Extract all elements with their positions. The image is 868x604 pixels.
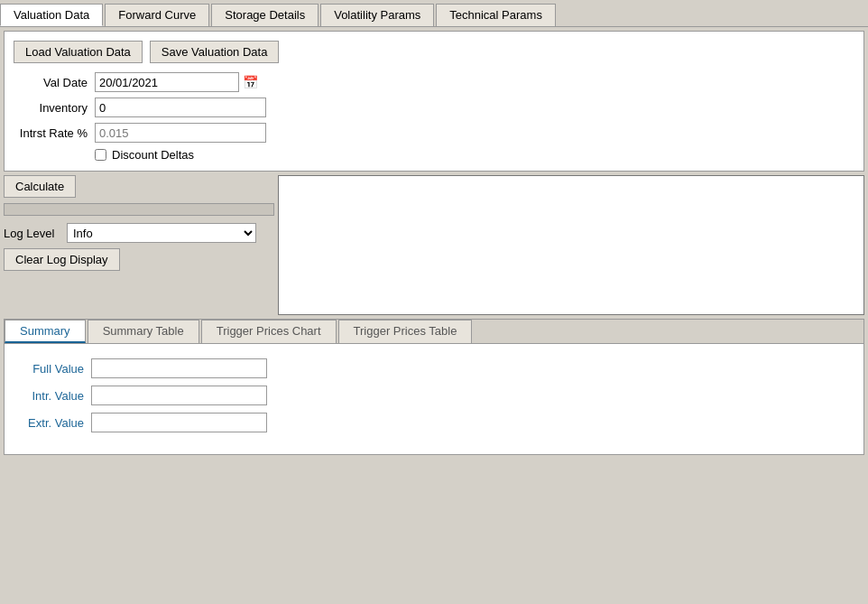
log-level-row: Log Level Debug Info Warning Error [4, 223, 274, 243]
discount-deltas-row: Discount Deltas [95, 148, 854, 162]
val-date-label: Val Date [14, 76, 95, 89]
val-date-wrapper: 📅 [95, 72, 258, 92]
val-date-row: Val Date 📅 [14, 72, 854, 92]
tab-forward-curve[interactable]: Forward Curve [105, 4, 209, 26]
inventory-label: Inventory [14, 101, 95, 115]
tab-valuation-data[interactable]: Valuation Data [0, 4, 103, 26]
inventory-input[interactable] [95, 98, 266, 117]
toolbar: Load Valuation Data Save Valuation Data [14, 41, 854, 63]
intrst-rate-input[interactable] [95, 123, 266, 143]
intr-value-row: Intr. Value [19, 386, 849, 405]
calculate-row: Calculate [4, 175, 274, 198]
log-level-select[interactable]: Debug Info Warning Error [67, 223, 256, 243]
clear-log-button[interactable]: Clear Log Display [4, 248, 120, 271]
calendar-icon[interactable]: 📅 [243, 75, 258, 89]
tab-trigger-prices-chart[interactable]: Trigger Prices Chart [201, 320, 337, 343]
intrst-rate-row: Intrst Rate % [14, 123, 854, 143]
footer-area [0, 459, 868, 531]
intr-value-label: Intr. Value [19, 389, 91, 403]
bottom-section: Summary Summary Table Trigger Prices Cha… [4, 319, 864, 455]
full-value-input[interactable] [91, 358, 267, 378]
extr-value-row: Extr. Value [19, 413, 849, 432]
intrst-rate-label: Intrst Rate % [14, 126, 95, 140]
tab-summary[interactable]: Summary [5, 320, 86, 343]
tab-storage-details[interactable]: Storage Details [211, 4, 319, 26]
save-valuation-button[interactable]: Save Valuation Data [150, 41, 280, 63]
load-valuation-button[interactable]: Load Valuation Data [14, 41, 143, 63]
middle-section: Calculate Log Level Debug Info Warning E… [4, 175, 864, 315]
discount-deltas-label: Discount Deltas [112, 148, 194, 162]
top-tab-bar: Valuation Data Forward Curve Storage Det… [0, 0, 868, 27]
log-level-label: Log Level [4, 227, 67, 240]
val-date-input[interactable] [95, 72, 239, 92]
tab-trigger-prices-table[interactable]: Trigger Prices Table [338, 320, 473, 343]
log-display [278, 175, 864, 315]
extr-value-input[interactable] [91, 413, 267, 432]
tab-technical-params[interactable]: Technical Params [436, 4, 556, 26]
summary-content: Full Value Intr. Value Extr. Value [5, 344, 863, 454]
full-value-label: Full Value [19, 362, 91, 376]
valuation-data-panel: Load Valuation Data Save Valuation Data … [4, 31, 864, 172]
left-controls: Calculate Log Level Debug Info Warning E… [4, 175, 274, 315]
tab-summary-table[interactable]: Summary Table [88, 320, 199, 343]
inventory-row: Inventory [14, 98, 854, 117]
progress-bar [4, 203, 274, 216]
full-value-row: Full Value [19, 358, 849, 378]
calculate-button[interactable]: Calculate [4, 175, 76, 198]
extr-value-label: Extr. Value [19, 416, 91, 430]
bottom-tab-bar: Summary Summary Table Trigger Prices Cha… [5, 320, 863, 344]
discount-deltas-checkbox[interactable] [95, 149, 106, 161]
intr-value-input[interactable] [91, 386, 267, 405]
tab-volatility-params[interactable]: Volatility Params [320, 4, 434, 26]
